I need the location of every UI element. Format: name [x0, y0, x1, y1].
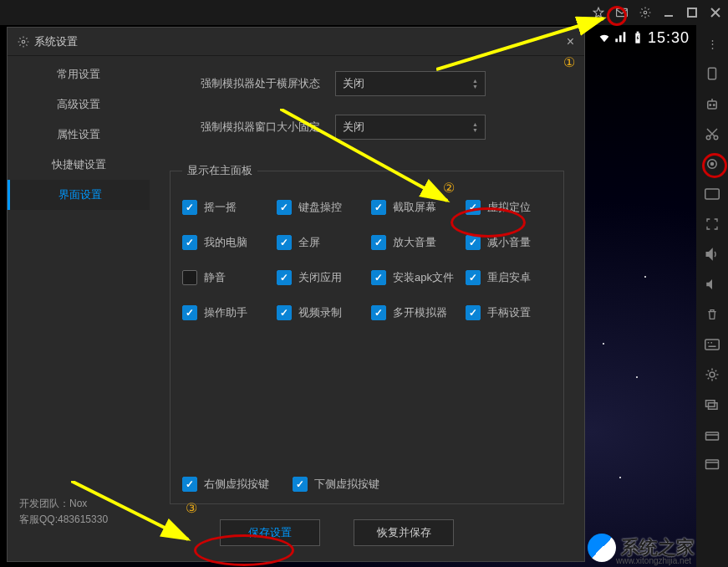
chevron-updown-icon: ▲▼ — [472, 78, 478, 89]
volume-up-icon[interactable] — [702, 244, 722, 264]
keymap-icon[interactable] — [702, 335, 722, 355]
watermark-logo — [588, 534, 616, 562]
support-qq-text: 客服QQ:483615330 — [19, 512, 140, 528]
checkbox-5[interactable]: 全屏 — [277, 235, 363, 250]
checkbox-11[interactable]: 重启安卓 — [466, 270, 552, 285]
form-label: 强制模拟器处于横屏状态 — [170, 76, 320, 91]
checkbox-label: 多开模拟器 — [393, 305, 447, 320]
svg-rect-19 — [705, 189, 720, 199]
checkbox-label: 虚拟定位 — [487, 200, 531, 215]
checkbox-label: 全屏 — [298, 235, 320, 250]
pin-icon[interactable] — [591, 5, 606, 20]
checkbox-bottom-0[interactable]: 右侧虚拟按键 — [182, 477, 269, 492]
svg-rect-20 — [705, 340, 720, 350]
form-row-landscape: 强制模拟器处于横屏状态 关闭 ▲▼ — [170, 71, 564, 96]
checkbox-9[interactable]: 关闭应用 — [277, 270, 363, 285]
checkbox-12[interactable]: 操作助手 — [182, 305, 268, 320]
checkbox-2[interactable]: 截取屏幕 — [371, 200, 457, 215]
watermark-text: 系统之家 — [621, 537, 695, 558]
checkbox-4[interactable]: 我的电脑 — [182, 235, 268, 250]
brightness-icon[interactable] — [702, 365, 722, 385]
checkbox-box — [371, 235, 386, 250]
checkbox-box — [182, 270, 197, 285]
select-value: 关闭 — [343, 120, 364, 135]
sidebar-item-advanced[interactable]: 高级设置 — [8, 89, 150, 120]
checkbox-box — [277, 200, 292, 215]
sidebar-item-property[interactable]: 属性设置 — [8, 120, 150, 150]
trash-icon[interactable] — [702, 304, 722, 324]
checkbox-label: 摇一摇 — [204, 200, 237, 215]
checkbox-label: 视频录制 — [298, 305, 342, 320]
checkbox-15[interactable]: 手柄设置 — [466, 305, 552, 320]
sidebar-item-label: 常用设置 — [57, 67, 100, 82]
checkbox-10[interactable]: 安装apk文件 — [371, 270, 457, 285]
checkbox-label: 截取屏幕 — [393, 200, 436, 215]
sidebar-item-label: 快捷键设置 — [52, 157, 106, 172]
checkbox-label: 手柄设置 — [487, 305, 531, 320]
checkbox-bottom-1[interactable]: 下侧虚拟按键 — [293, 477, 379, 492]
checkbox-box — [277, 270, 292, 285]
checkbox-label: 操作助手 — [204, 305, 247, 320]
form-label: 强制模拟器窗口大小固定 — [170, 120, 320, 135]
fullscreen-icon[interactable] — [702, 214, 722, 234]
checkbox-box — [466, 235, 481, 250]
minimize-icon[interactable] — [661, 5, 676, 20]
save-button[interactable]: 保存设置 — [220, 519, 320, 546]
svg-point-31 — [22, 40, 25, 43]
svg-rect-7 — [637, 32, 639, 33]
checkbox-box — [182, 305, 197, 320]
display-panel-fieldset: 显示在主面板 摇一摇键盘操控截取屏幕虚拟定位我的电脑全屏放大音量减小音量静音关闭… — [170, 163, 564, 504]
checkbox-1[interactable]: 键盘操控 — [277, 200, 363, 215]
install-icon[interactable] — [702, 425, 722, 445]
sidebar-item-label: 界面设置 — [59, 187, 102, 202]
close-icon[interactable] — [708, 5, 723, 20]
signal-icon — [614, 31, 628, 44]
svg-point-1 — [644, 11, 647, 14]
select-value: 关闭 — [343, 76, 364, 91]
sidebar-item-common[interactable]: 常用设置 — [8, 59, 150, 89]
checkbox-box — [277, 305, 292, 320]
settings-dialog: 系统设置 × 常用设置 高级设置 属性设置 快捷键设置 界面设置 开发团队：No… — [7, 27, 585, 562]
checkbox-0[interactable]: 摇一摇 — [182, 200, 268, 215]
gear-icon[interactable] — [638, 5, 653, 20]
checkbox-6[interactable]: 放大音量 — [371, 235, 457, 250]
select-landscape[interactable]: 关闭 ▲▼ — [335, 71, 486, 96]
checkbox-13[interactable]: 视频录制 — [277, 305, 363, 320]
checkbox-label: 关闭应用 — [298, 270, 342, 285]
checkbox-8[interactable]: 静音 — [182, 270, 268, 285]
sidebar-item-interface[interactable]: 界面设置 — [8, 180, 150, 210]
checkbox-box — [293, 477, 308, 492]
dialog-content: 强制模拟器处于横屏状态 关闭 ▲▼ 强制模拟器窗口大小固定 关闭 ▲▼ 显示在主… — [150, 56, 584, 561]
restore-button[interactable]: 恢复并保存 — [354, 519, 454, 546]
more-icon[interactable]: ⋮ — [702, 33, 722, 54]
robot-icon[interactable] — [702, 94, 722, 114]
svg-rect-0 — [617, 8, 628, 16]
scissors-icon[interactable] — [702, 124, 722, 144]
window-titlebar — [0, 0, 728, 25]
checkbox-box — [182, 200, 197, 215]
dialog-close-button[interactable]: × — [567, 34, 574, 49]
recent-icon[interactable] — [702, 395, 722, 415]
checkbox-box — [466, 305, 481, 320]
select-fixsize[interactable]: 关闭 ▲▼ — [335, 115, 486, 140]
checkbox-label: 下侧虚拟按键 — [314, 477, 379, 492]
watermark: 系统之家 www.xitongzhijia.net — [588, 534, 695, 562]
checkbox-label: 放大音量 — [393, 235, 436, 250]
checkbox-label: 键盘操控 — [298, 200, 342, 215]
checkbox-7[interactable]: 减小音量 — [466, 235, 552, 250]
dialog-button-row: 保存设置 恢复并保存 — [170, 504, 564, 546]
location-icon[interactable] — [702, 154, 722, 174]
maximize-icon[interactable] — [685, 5, 700, 20]
checkbox-box — [371, 200, 386, 215]
checkbox-3[interactable]: 虚拟定位 — [466, 200, 552, 215]
checkbox-box — [371, 305, 386, 320]
volume-down-icon[interactable] — [702, 274, 722, 294]
sidebar-item-shortcut[interactable]: 快捷键设置 — [8, 150, 150, 180]
checkbox-14[interactable]: 多开模拟器 — [371, 305, 457, 320]
keyboard-icon[interactable] — [702, 184, 722, 204]
rotate-icon[interactable] — [702, 64, 722, 84]
chevron-updown-icon: ▲▼ — [472, 121, 478, 133]
apk-icon[interactable] — [702, 455, 722, 475]
mail-icon[interactable] — [614, 5, 629, 20]
svg-point-24 — [710, 372, 715, 377]
